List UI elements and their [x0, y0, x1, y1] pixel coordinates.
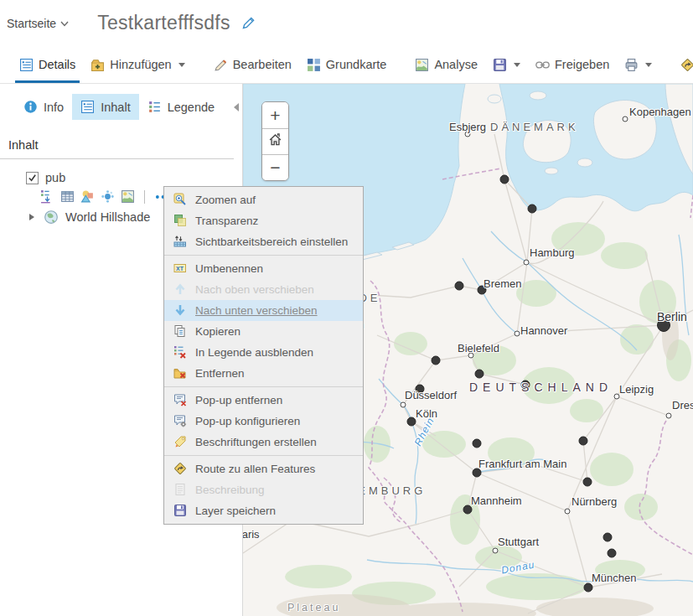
- pub-feature-point[interactable]: [475, 370, 484, 379]
- menu-item-remove[interactable]: Entfernen: [164, 363, 363, 384]
- menu-item-label: Zoomen auf: [195, 194, 256, 206]
- city-marker: [465, 132, 471, 137]
- pub-feature-point[interactable]: [473, 468, 482, 478]
- description-icon: [173, 483, 188, 497]
- pub-feature-point[interactable]: [407, 417, 416, 427]
- pub-feature-point[interactable]: [416, 385, 425, 394]
- zoom-out-button[interactable]: −: [262, 154, 288, 180]
- route-to-features-icon: [173, 462, 188, 476]
- link-icon: [535, 58, 550, 72]
- pub-feature-point[interactable]: [528, 204, 537, 214]
- tab-label: Inhalt: [101, 101, 130, 114]
- layer-name[interactable]: pub: [45, 171, 65, 184]
- filter-button[interactable]: [101, 189, 116, 204]
- tab-info[interactable]: Info: [15, 94, 72, 120]
- home-button[interactable]: [262, 128, 288, 154]
- menu-item-move-up[interactable]: Nach oben verschieben: [164, 279, 363, 300]
- show-legend-button[interactable]: [40, 189, 55, 204]
- rename-icon: XT: [173, 261, 188, 276]
- directions-button[interactable]: Weg: [673, 46, 693, 83]
- pub-feature-point[interactable]: [455, 282, 464, 291]
- menu-item-copy[interactable]: Kopieren: [164, 321, 363, 342]
- save-layer-icon: [173, 504, 188, 518]
- create-labels-icon: [173, 435, 188, 449]
- home-menu-label: Startseite: [7, 17, 56, 30]
- zoom-control: +−: [261, 101, 289, 181]
- show-table-button[interactable]: [60, 189, 75, 204]
- pub-feature-point[interactable]: [657, 318, 670, 332]
- pub-feature-point[interactable]: [603, 533, 613, 542]
- pub-feature-point[interactable]: [432, 356, 441, 365]
- city-marker: [468, 353, 474, 359]
- menu-separator: [164, 455, 363, 456]
- details-button[interactable]: Details: [12, 46, 83, 83]
- menu-item-popup-remove[interactable]: Pop-up entfernen: [164, 390, 363, 411]
- popup-configure-icon: [173, 414, 188, 428]
- print-icon: [624, 58, 639, 72]
- collapse-panel-button[interactable]: [233, 102, 240, 112]
- tab-legend[interactable]: Legende: [139, 94, 223, 120]
- zoom-to-icon: [173, 193, 188, 207]
- menu-item-label: Transparenz: [195, 215, 258, 227]
- menu-item-zoom-to[interactable]: Zoomen auf: [164, 189, 363, 210]
- menu-item-create-labels[interactable]: Beschriftungen erstellen: [164, 432, 363, 453]
- perform-analysis-button[interactable]: [121, 189, 136, 204]
- change-style-button[interactable]: [80, 189, 96, 204]
- menu-item-move-down[interactable]: Nach unten verschieben: [164, 300, 363, 321]
- info-icon: [23, 100, 38, 114]
- menu-item-label: Entfernen: [195, 367, 245, 380]
- zoom-in-button[interactable]: +: [262, 102, 288, 128]
- map-viewer-window: Startseite Testkartefffsdfs DetailsHinzu…: [0, 0, 693, 616]
- pub-feature-point[interactable]: [579, 437, 588, 446]
- analysis-button[interactable]: Analyse: [407, 46, 485, 83]
- layer-name[interactable]: World Hillshade: [65, 210, 150, 224]
- tab-content[interactable]: Inhalt: [72, 94, 138, 120]
- pub-feature-point[interactable]: [463, 505, 473, 515]
- menu-separator: [164, 386, 363, 387]
- home-menu-button[interactable]: Startseite: [7, 17, 69, 30]
- home-icon: [267, 132, 283, 152]
- add-button[interactable]: Hinzufügen: [83, 46, 192, 83]
- city-marker: [614, 394, 620, 400]
- city-marker: [623, 116, 628, 122]
- menu-item-label: Beschriftungen erstellen: [195, 436, 317, 448]
- basemap-button[interactable]: Grundkarte: [299, 46, 395, 83]
- legend-icon: [147, 100, 162, 114]
- move-up-icon: [173, 282, 188, 297]
- pub-feature-point[interactable]: [583, 478, 592, 487]
- menu-item-hide-in-legend[interactable]: In Legende ausblenden: [164, 342, 363, 363]
- menu-item-save-layer[interactable]: Layer speichern: [164, 500, 363, 521]
- route-icon: [680, 58, 693, 72]
- pub-feature-point[interactable]: [478, 286, 487, 295]
- page-title: Testkartefffsdfs: [97, 12, 230, 34]
- menu-item-visibility-range[interactable]: Sichtbarkeitsbereich einstellen: [164, 231, 363, 252]
- expand-arrow-icon[interactable]: [28, 213, 35, 221]
- share-label: Freigeben: [555, 58, 609, 71]
- pub-feature-point[interactable]: [584, 583, 593, 593]
- menu-item-rename[interactable]: XTUmbenennen: [164, 258, 363, 279]
- menu-item-route-to-features[interactable]: Route zu allen Features: [164, 458, 363, 479]
- pub-feature-point[interactable]: [521, 380, 530, 390]
- pub-feature-point[interactable]: [608, 549, 617, 558]
- city-marker: [524, 260, 530, 266]
- popup-remove-icon: [173, 393, 188, 407]
- content-icon: [80, 100, 95, 114]
- save-icon: [493, 58, 507, 72]
- save-button[interactable]: [485, 46, 528, 83]
- pub-feature-point[interactable]: [473, 439, 482, 448]
- show-table-icon: [60, 189, 75, 204]
- pub-feature-point[interactable]: [500, 175, 509, 184]
- change-style-icon: [80, 189, 95, 204]
- edit-title-button[interactable]: [240, 15, 256, 31]
- share-button[interactable]: Freigeben: [528, 46, 617, 83]
- edit-button[interactable]: Bearbeiten: [206, 46, 299, 83]
- print-button[interactable]: [617, 46, 659, 83]
- menu-item-transparency[interactable]: Transparenz: [164, 210, 363, 231]
- layer-checkbox[interactable]: [26, 172, 39, 184]
- visibility-range-icon: [173, 235, 188, 249]
- menu-item-popup-configure[interactable]: Pop-up konfigurieren: [164, 411, 363, 432]
- menu-item-label: Beschreibung: [195, 484, 265, 496]
- menu-item-description[interactable]: Beschreibung: [164, 479, 363, 500]
- menu-item-label: Route zu allen Features: [195, 463, 315, 475]
- menu-item-label: Sichtbarkeitsbereich einstellen: [195, 236, 348, 248]
